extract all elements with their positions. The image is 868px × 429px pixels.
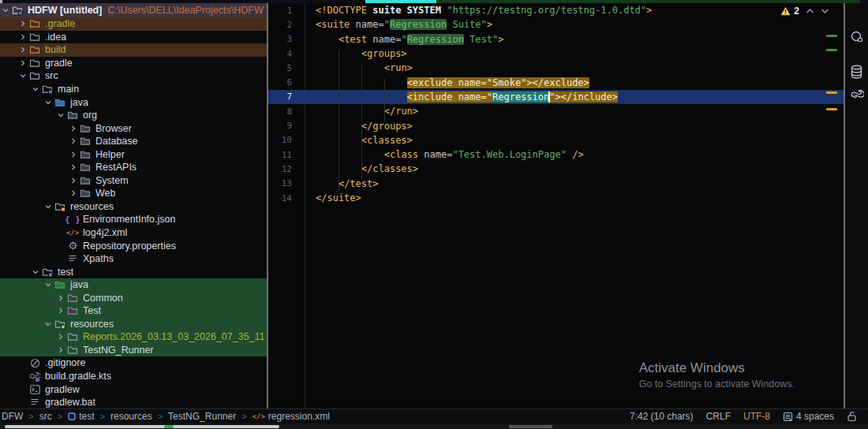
chevron-right-icon[interactable]	[17, 33, 28, 41]
tree-row-common[interactable]: Common	[0, 291, 267, 304]
status-7-42-10-chars-[interactable]: 7:42 (10 chars)	[630, 411, 694, 422]
code-text[interactable]: <include name="Regression"></include>	[301, 91, 618, 103]
code-line-10[interactable]: 10 <classes>	[268, 133, 844, 147]
tree-row-web[interactable]: Web	[0, 187, 267, 200]
code-line-6[interactable]: 6 <exclude name="Smoke"></exclude>	[268, 75, 844, 89]
tree-row-browser[interactable]: Browser	[0, 121, 267, 135]
code-line-1[interactable]: 1<!DOCTYPE suite SYSTEM "https://testng.…	[268, 3, 844, 17]
tree-row-database[interactable]: Database	[0, 135, 267, 148]
tree-row-test[interactable]: test	[0, 265, 267, 278]
chevron-right-icon[interactable]	[68, 163, 79, 171]
tree-row--gitignore[interactable]: .gitignore	[0, 356, 267, 370]
code-text[interactable]: <test name="Regression Test">	[301, 34, 503, 45]
tree-row-org[interactable]: org	[0, 109, 267, 122]
stripe-mark[interactable]	[826, 35, 837, 37]
chevron-right-icon[interactable]	[17, 20, 28, 28]
stripe-mark[interactable]	[826, 49, 837, 51]
code-text[interactable]: </suite>	[301, 192, 361, 203]
chevron-down-icon[interactable]	[0, 6, 11, 14]
code-line-5[interactable]: 5 <run>	[268, 61, 844, 75]
code-line-4[interactable]: 4 <groups>	[268, 47, 844, 61]
tree-row-xpaths[interactable]: Xpaths	[0, 252, 267, 266]
chevron-right-icon[interactable]	[68, 125, 79, 132]
gradle-icon[interactable]	[845, 83, 868, 106]
tree-row--idea[interactable]: .idea	[0, 31, 267, 44]
code-line-7[interactable]: 7 <include name="Regression"></include>	[268, 90, 844, 104]
tree-row-system[interactable]: System	[0, 174, 267, 188]
unlock-widget[interactable]	[847, 411, 857, 422]
next-issue-button[interactable]	[821, 6, 829, 17]
status-crlf[interactable]: CRLF	[706, 411, 731, 422]
tree-row-environmentinfo-json[interactable]: { }EnvironmentInfo.json	[0, 213, 267, 226]
chevron-right-icon[interactable]	[55, 307, 66, 315]
chevron-down-icon[interactable]	[30, 85, 41, 93]
chevron-right-icon[interactable]	[55, 346, 66, 354]
chevron-down-icon[interactable]	[55, 111, 66, 119]
chevron-down-icon[interactable]	[17, 72, 28, 80]
code-text[interactable]: <suite name="Regression Suite">	[301, 19, 492, 30]
tree-row-java[interactable]: java	[0, 95, 267, 109]
code-line-2[interactable]: 2<suite name="Regression Suite">	[268, 17, 844, 32]
code-text[interactable]: <exclude name="Smoke"></exclude>	[301, 77, 589, 88]
prev-issue-button[interactable]	[806, 6, 814, 17]
code-text[interactable]: <groups>	[301, 48, 407, 59]
code-text[interactable]: </groups>	[301, 121, 413, 132]
database-icon[interactable]	[845, 60, 868, 84]
tree-row--gradle[interactable]: .gradle	[0, 17, 267, 31]
code-line-9[interactable]: 9 </groups>	[268, 118, 844, 132]
code-text[interactable]: <run>	[301, 62, 413, 73]
code-text[interactable]: </classes>	[301, 163, 418, 174]
code-text[interactable]: </test>	[301, 178, 378, 189]
tree-row-test[interactable]: Test	[0, 304, 267, 318]
chevron-right-icon[interactable]	[68, 151, 79, 159]
tree-row-build[interactable]: build	[0, 43, 267, 57]
chevron-right-icon[interactable]	[68, 189, 79, 197]
code-line-8[interactable]: 8 </run>	[268, 104, 844, 118]
chevron-right-icon[interactable]	[17, 46, 28, 54]
tree-row-build-gradle-kts[interactable]: build.gradle.kts	[0, 370, 267, 383]
chevron-right-icon[interactable]	[68, 137, 79, 145]
code-area[interactable]: 1<!DOCTYPE suite SYSTEM "https://testng.…	[268, 3, 844, 205]
chevron-down-icon[interactable]	[43, 320, 54, 328]
tree-row-reports-2026-03-13-03-2026-07-35-11[interactable]: Reports.2026_03.13_03_2026_07_35_11	[0, 330, 267, 344]
tree-row-log4j2-xml[interactable]: </>log4j2.xml	[0, 226, 267, 240]
status-4-spaces[interactable]: 4 spaces	[783, 411, 834, 422]
stripe-mark[interactable]	[826, 108, 837, 110]
breadcrumb-item-regression-xml[interactable]: </>regression.xml	[253, 411, 330, 422]
breadcrumb-item-testng-runner[interactable]: TestNG_Runner	[168, 411, 236, 422]
tree-row-resources[interactable]: resources	[0, 200, 267, 214]
chevron-right-icon[interactable]	[55, 294, 66, 302]
code-text[interactable]: <class name="Test.Web.LoginPage" />	[301, 149, 584, 160]
tree-row-helper[interactable]: Helper	[0, 147, 267, 161]
tree-row-repository-properties[interactable]: Repository.properties	[0, 239, 267, 252]
breadcrumb-item-src[interactable]: src	[39, 411, 52, 422]
scrubber-track[interactable]	[5, 425, 279, 428]
code-line-12[interactable]: 12 </classes>	[268, 162, 844, 176]
tree-row-resources[interactable]: resources	[0, 318, 267, 331]
tree-row-gradle[interactable]: gradle	[0, 57, 267, 70]
editor-pane[interactable]: 1<!DOCTYPE suite SYSTEM "https://testng.…	[268, 3, 844, 408]
chevron-right-icon[interactable]	[68, 177, 79, 185]
chevron-right-icon[interactable]	[17, 59, 28, 67]
chevron-down-icon[interactable]	[43, 281, 54, 289]
code-text[interactable]: <!DOCTYPE suite SYSTEM "https://testng.o…	[301, 5, 652, 16]
breadcrumb-item-resources[interactable]: resources	[110, 411, 152, 422]
code-line-13[interactable]: 13 </test>	[268, 177, 844, 191]
tree-row-gradlew-bat[interactable]: gradlew.bat	[0, 396, 267, 408]
status-utf-8[interactable]: UTF-8	[743, 411, 770, 422]
chevron-down-icon[interactable]	[30, 268, 41, 276]
code-line-11[interactable]: 11 <class name="Test.Web.LoginPage" />	[268, 147, 844, 162]
tree-row-main[interactable]: main	[0, 83, 267, 96]
notifications-icon[interactable]	[845, 25, 868, 49]
inspections-widget[interactable]: 2	[780, 6, 829, 17]
stripe-mark[interactable]	[826, 91, 837, 94]
chevron-down-icon[interactable]	[43, 203, 54, 211]
tree-row-java[interactable]: java	[0, 278, 267, 292]
tree-row-restapis[interactable]: RestAPIs	[0, 161, 267, 174]
chevron-down-icon[interactable]	[43, 99, 54, 106]
code-text[interactable]: </run>	[301, 106, 418, 117]
code-text[interactable]: <classes>	[301, 135, 413, 146]
project-root-row[interactable]: HDFW [untitled]C:\Users\DELL\IdeaProject…	[0, 3, 267, 17]
code-line-14[interactable]: 14</suite>	[268, 191, 844, 205]
code-line-3[interactable]: 3 <test name="Regression Test">	[268, 32, 844, 47]
